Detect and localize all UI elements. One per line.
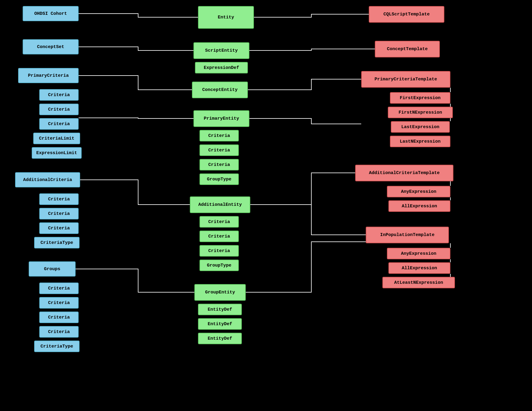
- group-entity-node: GroupEntity: [194, 284, 246, 301]
- all-expression2-node: AllExpression: [388, 262, 450, 274]
- primary-entity-node: PrimaryEntity: [193, 110, 249, 127]
- ae-criteria1-node: Criteria: [199, 216, 239, 228]
- g-criteria-type-node: CriteriaType: [34, 341, 79, 352]
- all-expression1-node: AllExpression: [388, 200, 450, 212]
- script-entity-node: ScriptEntity: [193, 42, 249, 59]
- pe-criteria1-node: Criteria: [199, 130, 239, 141]
- connections-svg: [0, 0, 532, 411]
- in-population-template-node: InPopulationTemplate: [366, 227, 449, 243]
- first-n-expression-node: FirstNExpression: [388, 107, 453, 118]
- any-expression1-node: AnyExpression: [387, 186, 450, 197]
- concept-set-node: ConceptSet: [23, 39, 79, 54]
- g-criteria1-node: Criteria: [39, 283, 79, 294]
- at-least-n-expression-node: AtLeastNExpression: [382, 277, 455, 288]
- pc-criteria3-node: Criteria: [39, 118, 79, 130]
- ac-criteria-type-node: CriteriaType: [34, 237, 79, 248]
- ac-criteria2-node: Criteria: [39, 208, 79, 219]
- ae-group-type-node: GroupType: [199, 260, 239, 271]
- ge-entity-def2-node: EntityDef: [198, 318, 242, 330]
- ge-entity-def1-node: EntityDef: [198, 304, 242, 315]
- first-expression-node: FirstExpression: [390, 92, 450, 104]
- ac-criteria1-node: Criteria: [39, 193, 79, 205]
- any-expression2-node: AnyExpression: [387, 248, 450, 259]
- pc-criteria1-node: Criteria: [39, 89, 79, 101]
- pe-group-type-node: GroupType: [199, 173, 239, 185]
- cql-script-template-node: CQLScriptTemplate: [369, 6, 444, 23]
- g-criteria3-node: Criteria: [39, 312, 79, 323]
- concept-template-node: ConceptTemplate: [375, 41, 440, 57]
- primary-criteria-template-node: PrimaryCriteriaTemplate: [361, 71, 450, 88]
- pc-criteria-limit-node: CriteriaLimit: [33, 133, 80, 144]
- ge-entity-def3-node: EntityDef: [198, 333, 242, 344]
- groups-node: Groups: [29, 261, 76, 277]
- last-expression-node: LastExpression: [391, 121, 450, 133]
- pe-criteria3-node: Criteria: [199, 159, 239, 170]
- ohdsi-cohort-node: OHDSI Cohort: [23, 6, 79, 21]
- expression-def-node: ExpressionDef: [195, 62, 248, 73]
- last-n-expression-node: LastNExpression: [390, 136, 450, 147]
- g-criteria4-node: Criteria: [39, 326, 79, 338]
- ae-criteria2-node: Criteria: [199, 231, 239, 242]
- ae-criteria3-node: Criteria: [199, 245, 239, 257]
- additional-entity-node: AdditionalEntity: [190, 196, 250, 213]
- primary-criteria-node: PrimaryCriteria: [18, 68, 79, 83]
- entity-node: Entity: [198, 6, 254, 29]
- ac-criteria3-node: Criteria: [39, 222, 79, 234]
- pc-expression-limit-node: ExpressionLimit: [32, 147, 82, 159]
- g-criteria2-node: Criteria: [39, 297, 79, 309]
- additional-criteria-template-node: AdditionalCriteriaTemplate: [355, 165, 453, 181]
- concept-entity-node: ConceptEntity: [192, 82, 248, 98]
- additional-criteria-node: AdditionalCriteria: [15, 172, 80, 187]
- pe-criteria2-node: Criteria: [199, 144, 239, 156]
- pc-criteria2-node: Criteria: [39, 104, 79, 115]
